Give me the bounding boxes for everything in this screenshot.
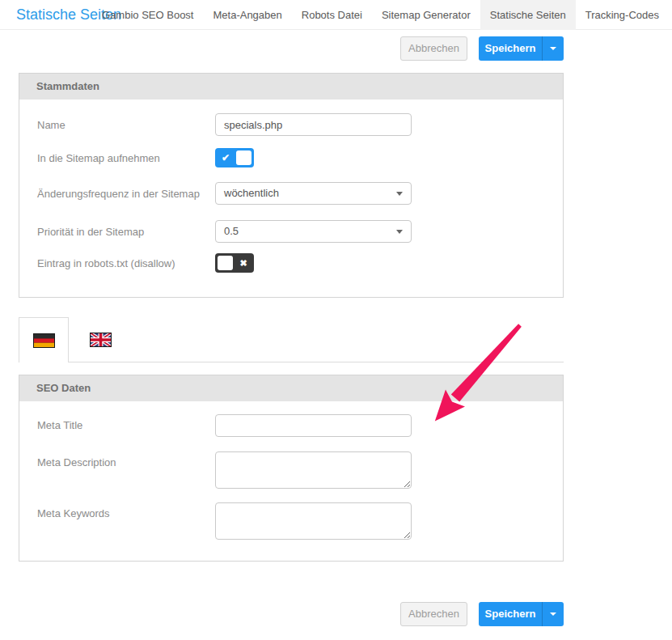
sitemap-include-toggle[interactable]: ✔ (215, 148, 254, 167)
priority-select[interactable]: 0.5 (215, 220, 412, 243)
stammdaten-panel: Stammdaten Name In die Sitemap aufnehmen… (19, 73, 564, 298)
tab-tracking-codes[interactable]: Tracking-Codes (576, 0, 669, 30)
change-frequency-select[interactable]: wöchentlich (215, 182, 412, 205)
tab-statische-seiten[interactable]: Statische Seiten (480, 0, 576, 30)
uk-flag-icon (90, 333, 112, 347)
page-header: Statische Seiten Gambio SEO Boost Meta-A… (0, 0, 672, 30)
robots-disallow-toggle[interactable]: ✖ (215, 253, 254, 273)
tab-gambio-seo-boost[interactable]: Gambio SEO Boost (92, 0, 203, 30)
sitemap-include-label: In die Sitemap aufnehmen (37, 152, 215, 164)
toggle-knob (236, 150, 251, 165)
priority-label: Priorität in der Sitemap (37, 226, 215, 238)
meta-title-input[interactable] (215, 414, 412, 437)
cross-icon: ✖ (234, 253, 253, 273)
name-row: Name (19, 113, 563, 136)
meta-description-row: Meta Description (19, 451, 563, 489)
name-input[interactable] (215, 113, 412, 136)
toggle-knob (218, 256, 233, 270)
save-button-bottom[interactable]: Speichern (479, 602, 564, 626)
tab-robots-datei[interactable]: Robots Datei (292, 0, 372, 30)
caret-down-icon (396, 230, 403, 234)
save-button-top[interactable]: Speichern (479, 36, 564, 61)
sitemap-include-row: In die Sitemap aufnehmen ✔ (19, 148, 563, 167)
seo-panel-title: SEO Daten (19, 375, 563, 401)
cancel-button-top[interactable]: Abbrechen (400, 36, 467, 61)
meta-description-textarea[interactable] (215, 451, 412, 489)
caret-down-icon (550, 47, 556, 50)
priority-row: Priorität in der Sitemap 0.5 (19, 220, 563, 243)
german-flag-icon (33, 333, 55, 348)
meta-title-row: Meta Title (19, 414, 563, 437)
robots-disallow-label: Eintrag in robots.txt (disallow) (37, 257, 215, 269)
change-frequency-value: wöchentlich (224, 187, 279, 199)
stammdaten-panel-title: Stammdaten (19, 74, 563, 100)
save-dropdown-toggle[interactable] (542, 36, 564, 61)
stammdaten-form: Name In die Sitemap aufnehmen ✔ Änderung… (19, 100, 563, 273)
name-label: Name (37, 119, 215, 131)
language-tab-german[interactable] (19, 317, 69, 362)
seo-panel: SEO Daten Meta Title Meta Description Me… (19, 375, 564, 562)
meta-keywords-textarea[interactable] (215, 502, 412, 540)
meta-keywords-row: Meta Keywords (19, 502, 563, 540)
caret-down-icon (396, 192, 403, 196)
save-button-label[interactable]: Speichern (479, 36, 542, 61)
robots-disallow-row: Eintrag in robots.txt (disallow) ✖ (19, 253, 563, 273)
change-frequency-label: Änderungsfrequenz in der Sitemap (37, 188, 215, 200)
language-tabs-divider (19, 362, 564, 362)
save-dropdown-toggle[interactable] (542, 602, 564, 626)
seo-form: Meta Title Meta Description Meta Keyword… (19, 401, 563, 540)
meta-description-label: Meta Description (37, 451, 215, 468)
page: Statische Seiten Gambio SEO Boost Meta-A… (0, 0, 672, 640)
language-tab-english[interactable] (78, 317, 122, 362)
tab-sitemap-generator[interactable]: Sitemap Generator (372, 0, 480, 30)
priority-value: 0.5 (224, 225, 239, 237)
caret-down-icon (550, 612, 556, 616)
meta-keywords-label: Meta Keywords (37, 502, 215, 519)
change-frequency-row: Änderungsfrequenz in der Sitemap wöchent… (19, 182, 563, 205)
check-icon: ✔ (216, 148, 235, 167)
meta-title-label: Meta Title (37, 414, 215, 431)
cancel-button-bottom[interactable]: Abbrechen (400, 602, 467, 626)
tab-meta-angaben[interactable]: Meta-Angaben (203, 0, 291, 30)
save-button-label[interactable]: Speichern (479, 602, 542, 626)
nav-tabs: Gambio SEO Boost Meta-Angaben Robots Dat… (92, 0, 672, 30)
